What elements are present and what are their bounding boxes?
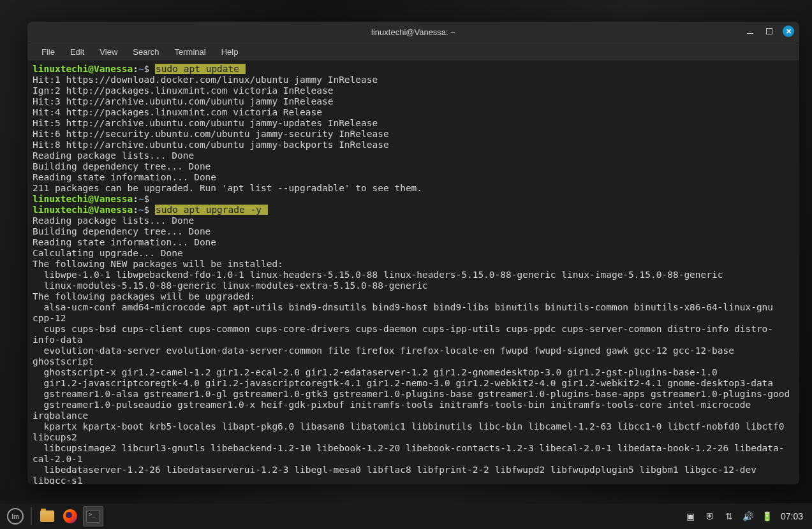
taskbar-right: ▣ ⛨ ⇅ 🔊 🔋 07:03 [685,511,807,521]
menu-help[interactable]: Help [215,45,245,59]
window-titlebar[interactable]: linuxtechi@Vanessa: ~ ✕ [27,22,799,43]
taskbar-left: lm [5,506,103,526]
terminal-icon [86,510,100,523]
terminal-output[interactable]: linuxtechi@Vanessa:~$ sudo apt update Hi… [27,61,799,484]
volume-icon[interactable]: 🔊 [742,511,754,521]
battery-icon[interactable]: 🔋 [762,511,773,521]
taskbar: lm ▣ ⛨ ⇅ 🔊 🔋 07:03 [0,504,812,529]
maximize-button[interactable] [764,25,775,37]
menu-edit[interactable]: Edit [64,45,91,59]
menu-file[interactable]: File [35,45,61,59]
taskbar-separator [31,507,32,525]
network-icon[interactable]: ⇅ [723,511,735,521]
window-title: linuxtechi@Vanessa: ~ [371,27,455,37]
menubar: File Edit View Search Terminal Help [27,43,799,61]
tray-icon-1[interactable]: ▣ [685,511,697,521]
terminal-launcher[interactable] [83,506,103,526]
firefox-launcher[interactable] [60,506,80,526]
terminal-window: linuxtechi@Vanessa: ~ ✕ File Edit View S… [27,22,799,484]
folder-icon [40,511,54,522]
file-manager-launcher[interactable] [37,506,57,526]
firefox-icon [63,509,77,523]
close-button[interactable]: ✕ [783,25,794,37]
start-menu-button[interactable]: lm [5,506,26,526]
minimize-button[interactable] [744,25,756,37]
menu-view[interactable]: View [93,45,124,59]
menu-search[interactable]: Search [126,45,165,59]
shield-icon[interactable]: ⛨ [704,511,716,521]
clock[interactable]: 07:03 [781,511,807,521]
window-controls: ✕ [744,25,794,37]
mint-logo-icon: lm [7,508,24,525]
menu-terminal[interactable]: Terminal [168,45,212,59]
